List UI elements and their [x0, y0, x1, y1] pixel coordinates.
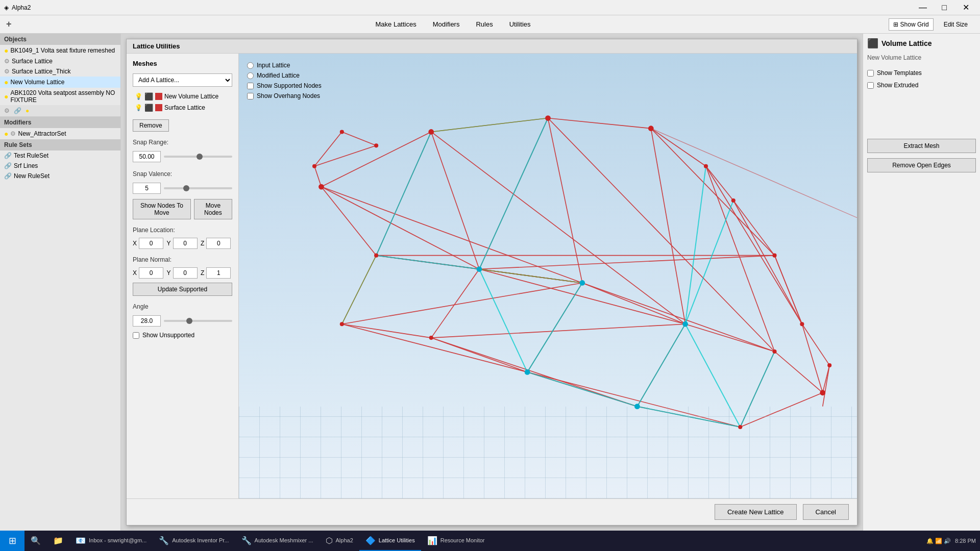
sidebar-item-rs3[interactable]: 🔗 New RuleSet [0, 171, 120, 181]
show-grid-button[interactable]: ⊞ Show Grid [889, 18, 934, 31]
snap-valence-slider-thumb[interactable] [183, 185, 189, 191]
mesh-list-item-1[interactable]: 💡 ⬛ New Volume Lattice [133, 91, 232, 102]
mesh-color-indicator [155, 104, 162, 111]
mesh-cube-icon: ⬛ [144, 92, 153, 101]
snap-range-input[interactable] [133, 151, 161, 162]
sidebar-item-rs2[interactable]: 🔗 Srf Lines [0, 161, 120, 171]
snap-valence-slider-track[interactable] [164, 187, 232, 189]
svg-line-62 [527, 283, 582, 372]
tool-icon-3[interactable]: ● [26, 107, 29, 114]
taskbar-meshmixer[interactable]: 🔧 Autodesk Meshmixer ... [235, 531, 320, 551]
sidebar-item-mod1[interactable]: ● ⚙ New_AttractorSet [0, 128, 120, 139]
taskbar-resource-monitor[interactable]: 📊 Resource Monitor [421, 531, 491, 551]
menu-items: Make Lattices Modifiers Rules Utilities [18, 16, 889, 32]
plane-norm-x-input[interactable] [139, 267, 163, 279]
minimize-button[interactable]: — [913, 0, 933, 15]
angle-slider-thumb[interactable] [186, 318, 192, 324]
remove-button[interactable]: Remove [133, 119, 169, 132]
angle-slider-track[interactable] [164, 320, 232, 322]
remove-open-edges-button[interactable]: Remove Open Edges [867, 158, 976, 172]
taskbar-search[interactable]: 🔍 [24, 531, 47, 551]
menu-make-lattices[interactable]: Make Lattices [368, 16, 425, 32]
svg-line-19 [321, 187, 479, 269]
plane-norm-y-input[interactable] [173, 267, 198, 279]
sidebar-item-obj2[interactable]: ⚙ Surface Lattice [0, 56, 120, 66]
show-supported-checkbox[interactable] [247, 83, 254, 89]
menu-utilities[interactable]: Utilities [501, 16, 539, 32]
taskbar-inbox[interactable]: 📧 Inbox - snwright@gm... [69, 531, 153, 551]
snap-range-slider-thumb[interactable] [197, 154, 203, 160]
svg-line-15 [548, 118, 582, 283]
show-unsupported-checkbox[interactable] [133, 332, 139, 339]
svg-line-21 [479, 269, 685, 324]
plane-loc-x-input[interactable] [139, 238, 163, 249]
svg-point-80 [731, 198, 736, 203]
start-button[interactable]: ⊞ [0, 531, 24, 551]
taskbar-item-label: Resource Monitor [440, 537, 485, 543]
snap-valence-input[interactable] [133, 183, 161, 194]
add-lattice-dropdown[interactable]: Add A Lattice... [133, 73, 232, 87]
plane-loc-x-label: X [133, 240, 137, 247]
taskbar-lattice-utilities[interactable]: 🔷 Lattice Utilities [359, 531, 421, 551]
taskbar-explorer[interactable]: 📁 [47, 531, 69, 551]
show-extruded-checkbox[interactable] [867, 82, 874, 89]
dialog-left-panel: Meshes Add A Lattice... 💡 ⬛ New Volume L… [127, 54, 239, 498]
tool-icon-1[interactable]: ⚙ [4, 107, 10, 114]
show-templates-checkbox[interactable] [867, 70, 874, 77]
sidebar-item-label: Surface Lattice [12, 58, 53, 65]
move-nodes-button[interactable]: Move Nodes [194, 199, 232, 219]
taskbar-inventor[interactable]: 🔧 Autodesk Inventor Pr... [153, 531, 235, 551]
sidebar-item-obj5[interactable]: ● ABK1020 Volta seatpost assembly NO FIX… [0, 88, 120, 105]
bulb-icon: 💡 [135, 93, 142, 100]
svg-line-63 [637, 324, 685, 406]
sidebar-item-obj4[interactable]: ● New Volume Lattice [0, 77, 120, 88]
add-button[interactable]: + [0, 19, 18, 30]
viewport-options: Input Lattice Modified Lattice Show Supp… [247, 62, 322, 99]
svg-point-95 [477, 266, 482, 272]
snap-range-slider-track[interactable] [164, 156, 232, 158]
show-supported-row: Show Supported Nodes [247, 82, 322, 89]
sidebar-item-label: Test RuleSet [14, 152, 48, 159]
modified-lattice-radio[interactable] [247, 72, 254, 79]
svg-point-77 [545, 115, 551, 121]
angle-input[interactable] [133, 315, 161, 327]
extract-mesh-button[interactable]: Extract Mesh [867, 139, 976, 153]
taskbar-alpha2[interactable]: ⬡ Alpha2 [320, 531, 359, 551]
sidebar-item-obj3[interactable]: ⚙ Surface Lattice_Thick [0, 66, 120, 77]
maximize-button[interactable]: □ [934, 0, 954, 15]
plane-loc-z-input[interactable] [206, 238, 231, 249]
svg-line-13 [802, 324, 822, 393]
meshmixer-icon: 🔧 [241, 536, 252, 545]
sidebar-item-rs1[interactable]: 🔗 Test RuleSet [0, 151, 120, 161]
close-button[interactable]: ✕ [955, 0, 976, 15]
svg-point-89 [772, 349, 776, 354]
svg-line-60 [376, 132, 431, 255]
svg-line-46 [314, 166, 321, 187]
input-lattice-row: Input Lattice [247, 62, 322, 69]
svg-point-83 [820, 390, 825, 395]
plane-loc-z-label: Z [201, 240, 204, 247]
lattice-utilities-dialog: Lattice Utilities Meshes Add A Lattice..… [126, 39, 857, 525]
title-bar: ◈ Alpha2 — □ ✕ [0, 0, 980, 15]
edit-size-button[interactable]: Edit Size [940, 19, 972, 30]
cancel-button[interactable]: Cancel [803, 504, 849, 520]
tool-icon-2[interactable]: 🔗 [14, 107, 21, 114]
plane-norm-x-label: X [133, 269, 137, 277]
svg-line-71 [342, 256, 376, 324]
show-overhang-checkbox[interactable] [247, 93, 254, 99]
sphere-icon: ● [4, 46, 8, 55]
plane-norm-z-input[interactable] [206, 267, 231, 279]
menu-rules[interactable]: Rules [468, 16, 501, 32]
bulb-icon: 💡 [135, 104, 142, 111]
right-panel-title: ⬛ Volume Lattice [867, 38, 976, 49]
input-lattice-radio[interactable] [247, 62, 254, 69]
update-supported-button[interactable]: Update Supported [133, 283, 232, 296]
mesh-list-item-2[interactable]: 💡 ⬛ Surface Lattice [133, 102, 232, 113]
show-unsupported-row: Show Unsupported [133, 332, 232, 339]
menu-modifiers[interactable]: Modifiers [425, 16, 468, 32]
show-nodes-button[interactable]: Show Nodes To Move [133, 199, 191, 219]
sidebar-item-obj1[interactable]: ● BK1049_1 Volta seat fixture remeshed [0, 45, 120, 56]
gear-icon: ⚙ [4, 68, 10, 75]
plane-loc-y-input[interactable] [173, 238, 198, 249]
create-lattice-button[interactable]: Create New Lattice [715, 504, 797, 520]
